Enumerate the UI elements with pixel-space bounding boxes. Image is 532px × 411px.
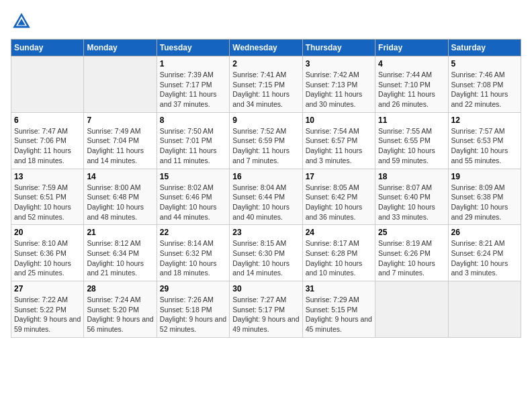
day-number: 24 — [306, 228, 372, 237]
day-info: Sunrise: 7:47 AMSunset: 7:06 PMDaylight:… — [14, 126, 81, 166]
calendar-cell: 30Sunrise: 7:27 AMSunset: 5:17 PMDayligh… — [230, 281, 302, 338]
day-number: 11 — [378, 116, 445, 125]
calendar-cell — [448, 281, 521, 338]
calendar-cell: 12Sunrise: 7:57 AMSunset: 6:53 PMDayligh… — [448, 112, 521, 169]
calendar-cell — [375, 281, 448, 338]
calendar-cell: 6Sunrise: 7:47 AMSunset: 7:06 PMDaylight… — [11, 112, 84, 169]
day-info: Sunrise: 8:00 AMSunset: 6:48 PMDaylight:… — [87, 183, 153, 222]
calendar-table: SundayMondayTuesdayWednesdayThursdayFrid… — [11, 39, 521, 338]
day-info: Sunrise: 8:19 AMSunset: 6:26 PMDaylight:… — [378, 238, 445, 278]
day-info: Sunrise: 7:44 AMSunset: 7:10 PMDaylight:… — [378, 70, 445, 109]
day-info: Sunrise: 7:24 AMSunset: 5:20 PMDaylight:… — [87, 295, 153, 334]
day-info: Sunrise: 8:15 AMSunset: 6:30 PMDaylight:… — [232, 238, 299, 278]
calendar-cell: 8Sunrise: 7:50 AMSunset: 7:01 PMDaylight… — [157, 112, 229, 169]
day-info: Sunrise: 7:50 AMSunset: 7:01 PMDaylight:… — [160, 126, 226, 166]
day-info: Sunrise: 8:21 AMSunset: 6:24 PMDaylight:… — [451, 238, 518, 278]
calendar-day-header: Saturday — [448, 40, 521, 56]
calendar-header-row: SundayMondayTuesdayWednesdayThursdayFrid… — [11, 40, 521, 56]
day-number: 15 — [160, 172, 226, 181]
calendar-cell: 21Sunrise: 8:12 AMSunset: 6:34 PMDayligh… — [84, 225, 157, 281]
calendar-cell: 27Sunrise: 7:22 AMSunset: 5:22 PMDayligh… — [11, 281, 84, 338]
day-info: Sunrise: 8:07 AMSunset: 6:40 PMDaylight:… — [378, 183, 445, 222]
page-header — [11, 11, 521, 32]
calendar-cell: 13Sunrise: 7:59 AMSunset: 6:51 PMDayligh… — [11, 169, 84, 225]
day-info: Sunrise: 7:41 AMSunset: 7:15 PMDaylight:… — [232, 70, 299, 109]
day-number: 4 — [378, 59, 445, 68]
calendar-cell: 24Sunrise: 8:17 AMSunset: 6:28 PMDayligh… — [302, 225, 375, 281]
day-info: Sunrise: 7:22 AMSunset: 5:22 PMDaylight:… — [14, 295, 81, 334]
calendar-day-header: Tuesday — [157, 40, 229, 56]
calendar-cell — [11, 56, 84, 113]
day-info: Sunrise: 7:26 AMSunset: 5:18 PMDaylight:… — [160, 295, 226, 334]
day-number: 12 — [451, 116, 518, 125]
calendar-cell: 2Sunrise: 7:41 AMSunset: 7:15 PMDaylight… — [230, 56, 302, 113]
day-info: Sunrise: 7:42 AMSunset: 7:13 PMDaylight:… — [306, 70, 372, 109]
day-info: Sunrise: 8:12 AMSunset: 6:34 PMDaylight:… — [87, 238, 153, 278]
day-info: Sunrise: 7:46 AMSunset: 7:08 PMDaylight:… — [451, 70, 518, 109]
day-info: Sunrise: 8:17 AMSunset: 6:28 PMDaylight:… — [306, 238, 372, 278]
day-number: 8 — [160, 116, 226, 125]
calendar-cell: 3Sunrise: 7:42 AMSunset: 7:13 PMDaylight… — [302, 56, 375, 113]
day-number: 31 — [306, 284, 372, 293]
calendar-cell: 20Sunrise: 8:10 AMSunset: 6:36 PMDayligh… — [11, 225, 84, 281]
day-number: 20 — [14, 228, 81, 237]
day-number: 22 — [160, 228, 226, 237]
day-info: Sunrise: 7:29 AMSunset: 5:15 PMDaylight:… — [306, 295, 372, 334]
day-number: 18 — [378, 172, 445, 181]
day-info: Sunrise: 7:52 AMSunset: 6:59 PMDaylight:… — [232, 126, 299, 166]
calendar-cell: 29Sunrise: 7:26 AMSunset: 5:18 PMDayligh… — [157, 281, 229, 338]
calendar-cell: 17Sunrise: 8:05 AMSunset: 6:42 PMDayligh… — [302, 169, 375, 225]
calendar-day-header: Monday — [84, 40, 157, 56]
day-number: 13 — [14, 172, 81, 181]
day-number: 28 — [87, 284, 153, 293]
calendar-cell: 1Sunrise: 7:39 AMSunset: 7:17 PMDaylight… — [157, 56, 229, 113]
day-number: 2 — [232, 59, 299, 68]
day-number: 3 — [306, 59, 372, 68]
day-info: Sunrise: 8:04 AMSunset: 6:44 PMDaylight:… — [232, 183, 299, 222]
day-info: Sunrise: 7:54 AMSunset: 6:57 PMDaylight:… — [306, 126, 372, 166]
day-info: Sunrise: 7:59 AMSunset: 6:51 PMDaylight:… — [14, 183, 81, 222]
day-info: Sunrise: 7:39 AMSunset: 7:17 PMDaylight:… — [160, 70, 226, 109]
calendar-cell: 26Sunrise: 8:21 AMSunset: 6:24 PMDayligh… — [448, 225, 521, 281]
calendar-cell: 9Sunrise: 7:52 AMSunset: 6:59 PMDaylight… — [230, 112, 302, 169]
day-info: Sunrise: 7:49 AMSunset: 7:04 PMDaylight:… — [87, 126, 153, 166]
day-info: Sunrise: 8:05 AMSunset: 6:42 PMDaylight:… — [306, 183, 372, 222]
calendar-day-header: Thursday — [302, 40, 375, 56]
day-number: 25 — [378, 228, 445, 237]
calendar-week-row: 27Sunrise: 7:22 AMSunset: 5:22 PMDayligh… — [11, 281, 521, 338]
day-info: Sunrise: 7:27 AMSunset: 5:17 PMDaylight:… — [232, 295, 299, 334]
calendar-cell: 4Sunrise: 7:44 AMSunset: 7:10 PMDaylight… — [375, 56, 448, 113]
day-number: 9 — [232, 116, 299, 125]
calendar-cell: 14Sunrise: 8:00 AMSunset: 6:48 PMDayligh… — [84, 169, 157, 225]
calendar-cell: 23Sunrise: 8:15 AMSunset: 6:30 PMDayligh… — [230, 225, 302, 281]
calendar-week-row: 20Sunrise: 8:10 AMSunset: 6:36 PMDayligh… — [11, 225, 521, 281]
day-info: Sunrise: 8:10 AMSunset: 6:36 PMDaylight:… — [14, 238, 81, 278]
calendar-cell: 28Sunrise: 7:24 AMSunset: 5:20 PMDayligh… — [84, 281, 157, 338]
calendar-cell — [84, 56, 157, 113]
calendar-cell: 7Sunrise: 7:49 AMSunset: 7:04 PMDaylight… — [84, 112, 157, 169]
day-number: 21 — [87, 228, 153, 237]
logo-icon — [11, 11, 32, 32]
calendar-week-row: 13Sunrise: 7:59 AMSunset: 6:51 PMDayligh… — [11, 169, 521, 225]
day-info: Sunrise: 8:09 AMSunset: 6:38 PMDaylight:… — [451, 183, 518, 222]
calendar-day-header: Sunday — [11, 40, 84, 56]
day-info: Sunrise: 7:57 AMSunset: 6:53 PMDaylight:… — [451, 126, 518, 166]
calendar-cell: 10Sunrise: 7:54 AMSunset: 6:57 PMDayligh… — [302, 112, 375, 169]
day-number: 19 — [451, 172, 518, 181]
day-number: 5 — [451, 59, 518, 68]
day-info: Sunrise: 8:02 AMSunset: 6:46 PMDaylight:… — [160, 183, 226, 222]
calendar-cell: 31Sunrise: 7:29 AMSunset: 5:15 PMDayligh… — [302, 281, 375, 338]
calendar-cell: 5Sunrise: 7:46 AMSunset: 7:08 PMDaylight… — [448, 56, 521, 113]
calendar-body: 1Sunrise: 7:39 AMSunset: 7:17 PMDaylight… — [11, 56, 521, 338]
day-number: 17 — [306, 172, 372, 181]
day-number: 29 — [160, 284, 226, 293]
calendar-cell: 19Sunrise: 8:09 AMSunset: 6:38 PMDayligh… — [448, 169, 521, 225]
day-number: 16 — [232, 172, 299, 181]
day-number: 26 — [451, 228, 518, 237]
calendar-cell: 25Sunrise: 8:19 AMSunset: 6:26 PMDayligh… — [375, 225, 448, 281]
calendar-cell: 15Sunrise: 8:02 AMSunset: 6:46 PMDayligh… — [157, 169, 229, 225]
calendar-cell: 16Sunrise: 8:04 AMSunset: 6:44 PMDayligh… — [230, 169, 302, 225]
day-number: 10 — [306, 116, 372, 125]
day-number: 14 — [87, 172, 153, 181]
day-number: 27 — [14, 284, 81, 293]
